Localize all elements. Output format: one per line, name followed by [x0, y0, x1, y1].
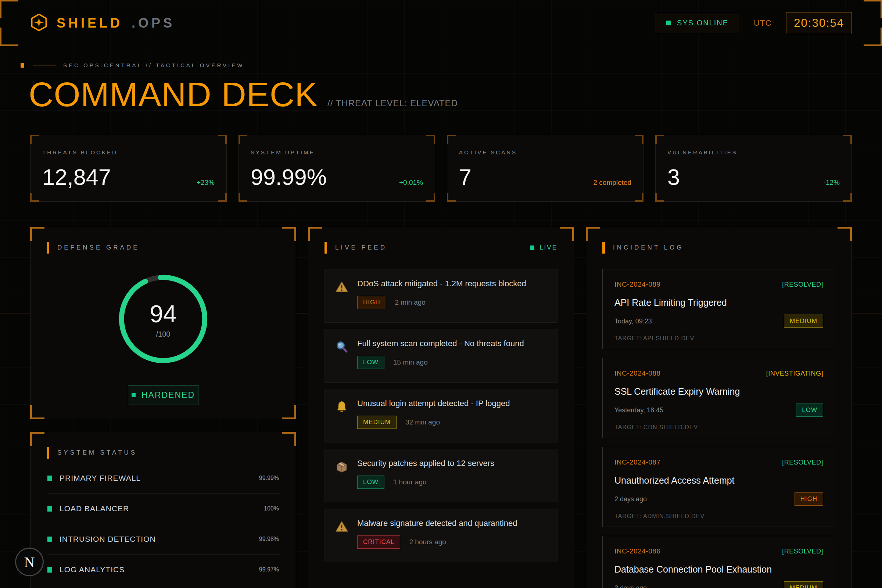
online-status-dot-icon: [666, 21, 671, 26]
status-ok-square-icon: [47, 537, 52, 542]
online-status-label: SYS.ONLINE: [677, 19, 728, 27]
n-overlay-button[interactable]: N: [15, 548, 44, 576]
incident-title: API Rate Limiting Triggered: [615, 297, 823, 308]
threat-level-subtitle: // THREAT LEVEL: ELEVATED: [327, 98, 458, 108]
panel-title: INCIDENT LOG: [613, 244, 684, 251]
panel-accent-bar: [46, 447, 49, 459]
stat-card: SYSTEM UPTIME 99.99% +0.01%: [238, 135, 435, 202]
system-status-row: INTRUSION DETECTION 99.98%: [46, 524, 280, 555]
incident-title: SSL Certificate Expiry Warning: [615, 386, 823, 397]
system-uptime-value: 99.99%: [259, 475, 279, 482]
system-online-badge: SYS.ONLINE: [656, 13, 739, 33]
incident-id: INC-2024-086: [615, 547, 660, 555]
defense-grade-gauge: 94 /100: [116, 272, 210, 366]
feed-item-title: DDoS attack mitigated - 1.2M requests bl…: [357, 279, 526, 288]
corner-bracket: [30, 432, 45, 446]
panel-title: LIVE FEED: [335, 244, 387, 251]
page-title: COMMAND DECK: [28, 78, 318, 111]
feed-item[interactable]: Malware signature detected and quarantin…: [324, 508, 558, 562]
incident-status: [INVESTIGATING]: [766, 370, 823, 377]
severity-badge: HIGH: [795, 492, 824, 506]
feed-item[interactable]: Unusual login attempt detected - IP logg…: [324, 389, 558, 442]
system-status-row: LOG ANALYTICS 99.97%: [46, 555, 280, 585]
feed-item-time: 2 min ago: [395, 298, 426, 306]
corner-bracket: [447, 193, 456, 202]
incident-status: [RESOLVED]: [782, 459, 823, 466]
system-name: PRIMARY FIREWALL: [60, 474, 141, 483]
live-label: LIVE: [540, 244, 558, 251]
incident-target: TARGET: API.SHIELD.DEV: [615, 335, 823, 342]
corner-bracket: [218, 135, 227, 144]
stat-value: 3: [668, 164, 680, 190]
corner-bracket: [634, 135, 644, 144]
status-ok-square-icon: [47, 567, 52, 573]
corner-bracket: [282, 227, 296, 241]
incident-title: Database Connection Pool Exhaustion: [615, 564, 823, 575]
system-status-row: LOAD BALANCER 100%: [46, 494, 280, 524]
incident-card[interactable]: INC-2024-089 [RESOLVED] API Rate Limitin…: [602, 269, 836, 349]
n-overlay-letter: N: [24, 554, 35, 571]
breadcrumb-text: SEC.OPS.CENTRAL // TACTICAL OVERVIEW: [63, 62, 244, 68]
stat-label: VULNERABILITIES: [668, 149, 840, 156]
stat-label: ACTIVE SCANS: [459, 149, 632, 156]
severity-badge: LOW: [357, 476, 384, 489]
incident-id: INC-2024-088: [615, 369, 660, 377]
severity-badge: LOW: [796, 404, 823, 417]
corner-bracket: [30, 193, 39, 202]
feed-item-time: 1 hour ago: [393, 478, 427, 486]
feed-item[interactable]: Security patches applied to 12 servers L…: [324, 449, 558, 502]
corner-bracket: [30, 405, 45, 419]
timezone-label: UTC: [754, 18, 771, 28]
feed-item-title: Full system scan completed - No threats …: [357, 339, 524, 348]
feed-item[interactable]: Full system scan completed - No threats …: [324, 329, 558, 382]
system-uptime-value: 99.97%: [259, 566, 279, 573]
status-ok-square-icon: [47, 506, 52, 512]
incident-list: INC-2024-089 [RESOLVED] API Rate Limitin…: [602, 269, 836, 588]
corner-bracket: [586, 227, 600, 241]
system-name: LOG ANALYTICS: [60, 565, 124, 574]
feed-item-time: 15 min ago: [393, 358, 428, 366]
defense-grade-panel: DEFENSE GRADE 94 /100: [30, 227, 296, 419]
corner-bracket: [218, 193, 227, 202]
panel-title: DEFENSE GRADE: [57, 244, 139, 251]
corner-bracket: [843, 135, 852, 144]
severity-badge: CRITICAL: [357, 536, 400, 549]
utc-clock: 20:30:54: [786, 12, 852, 34]
stat-delta: +23%: [196, 178, 214, 187]
incident-id: INC-2024-087: [615, 458, 660, 466]
stats-row: THREATS BLOCKED 12,847 +23% SYSTEM UPTIM…: [30, 135, 852, 202]
corner-bracket: [0, 0, 18, 18]
feed-item[interactable]: DDoS attack mitigated - 1.2M requests bl…: [324, 269, 558, 322]
incident-status: [RESOLVED]: [782, 548, 823, 555]
incident-time: 2 days ago: [615, 495, 647, 503]
incident-log-panel: INCIDENT LOG INC-2024-089 [RESOLVED] API…: [586, 227, 852, 588]
severity-badge: LOW: [357, 356, 384, 369]
incident-time: Today, 09:23: [615, 318, 652, 325]
corner-bracket: [864, 0, 882, 18]
corner-bracket: [447, 135, 456, 144]
hardened-dot-icon: [132, 393, 136, 397]
search-icon: [335, 340, 348, 373]
system-status-panel: SYSTEM STATUS PRIMARY FIREWALL 99.99%: [30, 432, 296, 588]
incident-time: Yesterday, 18:45: [615, 406, 663, 414]
stat-value: 7: [459, 164, 471, 190]
live-indicator: LIVE: [530, 244, 558, 251]
brand-name: SHIELD: [57, 15, 123, 31]
incident-card[interactable]: INC-2024-088 [INVESTIGATING] SSL Certifi…: [602, 358, 836, 438]
warning-icon: [335, 280, 348, 313]
incident-card[interactable]: INC-2024-086 [RESOLVED] Database Connect…: [602, 536, 836, 588]
column-left: DEFENSE GRADE 94 /100: [30, 227, 296, 588]
corner-bracket: [634, 193, 644, 202]
corner-bracket: [30, 227, 45, 241]
corner-bracket: [843, 193, 852, 202]
incident-time: 3 days ago: [615, 584, 647, 588]
status-ok-square-icon: [47, 476, 52, 481]
incident-card[interactable]: INC-2024-087 [RESOLVED] Unauthorized Acc…: [602, 447, 836, 527]
breadcrumb: SEC.OPS.CENTRAL // TACTICAL OVERVIEW: [30, 62, 852, 68]
corner-bracket: [837, 227, 852, 241]
brand-suffix: .OPS: [132, 15, 175, 31]
system-uptime-value: 100%: [264, 506, 279, 512]
system-status-list: PRIMARY FIREWALL 99.99% LOAD BALANCER 10…: [46, 463, 280, 585]
system-name: LOAD BALANCER: [60, 504, 129, 513]
feed-item-title: Malware signature detected and quarantin…: [357, 519, 517, 528]
